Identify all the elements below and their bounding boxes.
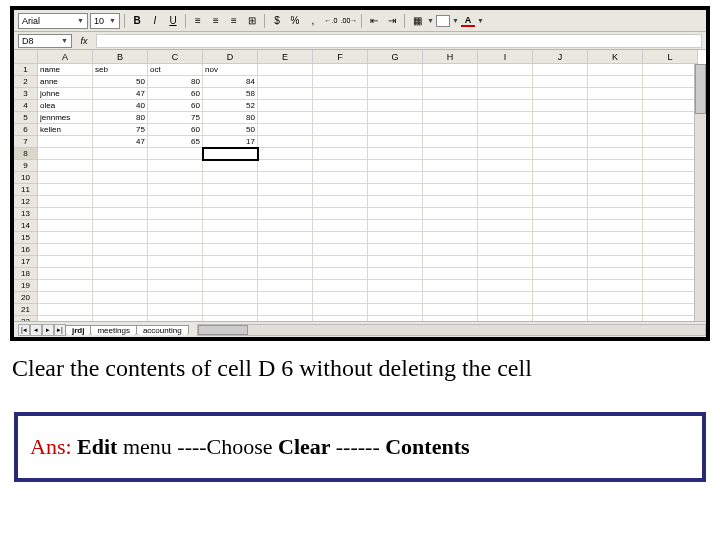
cell[interactable] <box>38 316 93 321</box>
cell[interactable] <box>588 112 643 124</box>
row-header[interactable]: 1 <box>14 64 38 76</box>
cell[interactable] <box>203 304 258 316</box>
cell[interactable] <box>368 76 423 88</box>
cell[interactable] <box>368 280 423 292</box>
cell[interactable] <box>643 136 698 148</box>
cell[interactable] <box>203 316 258 321</box>
cell[interactable] <box>588 268 643 280</box>
row-header[interactable]: 15 <box>14 232 38 244</box>
cell[interactable] <box>478 88 533 100</box>
cell[interactable] <box>533 136 588 148</box>
cell[interactable] <box>533 268 588 280</box>
row-header[interactable]: 22 <box>14 316 38 321</box>
cell[interactable] <box>533 148 588 160</box>
cell[interactable] <box>313 88 368 100</box>
cell[interactable] <box>93 280 148 292</box>
scrollbar-thumb[interactable] <box>198 325 248 335</box>
cell[interactable] <box>368 124 423 136</box>
cell[interactable] <box>643 112 698 124</box>
row-header[interactable]: 16 <box>14 244 38 256</box>
cell[interactable] <box>313 280 368 292</box>
cell[interactable] <box>258 316 313 321</box>
cell[interactable] <box>93 208 148 220</box>
cell[interactable]: kellen <box>38 124 93 136</box>
cell[interactable] <box>368 172 423 184</box>
cell[interactable] <box>588 196 643 208</box>
sheet-tab[interactable]: meetings <box>90 325 136 335</box>
cell[interactable] <box>533 160 588 172</box>
column-header[interactable]: A <box>38 50 93 64</box>
cell[interactable] <box>93 220 148 232</box>
font-name-select[interactable]: Arial ▼ <box>18 13 88 29</box>
row-header[interactable]: 10 <box>14 172 38 184</box>
cell[interactable] <box>533 280 588 292</box>
cell[interactable] <box>368 112 423 124</box>
cell[interactable] <box>643 76 698 88</box>
cell[interactable] <box>148 316 203 321</box>
cell[interactable]: johne <box>38 88 93 100</box>
row-header[interactable]: 7 <box>14 136 38 148</box>
align-right-button[interactable]: ≡ <box>226 13 242 29</box>
cell[interactable] <box>38 148 93 160</box>
cell[interactable] <box>258 304 313 316</box>
scrollbar-thumb[interactable] <box>695 64 706 114</box>
cell[interactable] <box>368 64 423 76</box>
cell[interactable] <box>588 208 643 220</box>
cell[interactable] <box>148 244 203 256</box>
cell[interactable] <box>478 256 533 268</box>
cell[interactable] <box>643 304 698 316</box>
cell[interactable] <box>148 268 203 280</box>
cell[interactable] <box>368 88 423 100</box>
cell[interactable] <box>478 76 533 88</box>
cell[interactable]: 47 <box>93 88 148 100</box>
row-header[interactable]: 20 <box>14 292 38 304</box>
cell[interactable] <box>148 184 203 196</box>
cell[interactable] <box>368 148 423 160</box>
column-header[interactable]: I <box>478 50 533 64</box>
cell[interactable] <box>93 160 148 172</box>
cell[interactable] <box>423 244 478 256</box>
cell[interactable] <box>368 184 423 196</box>
cell[interactable]: 47 <box>93 136 148 148</box>
row-header[interactable]: 6 <box>14 124 38 136</box>
cell[interactable] <box>533 196 588 208</box>
column-header[interactable]: G <box>368 50 423 64</box>
cell[interactable] <box>478 304 533 316</box>
cell[interactable] <box>423 76 478 88</box>
cell[interactable] <box>533 124 588 136</box>
cell[interactable] <box>423 100 478 112</box>
column-header[interactable]: L <box>643 50 698 64</box>
cell[interactable] <box>368 136 423 148</box>
cell[interactable] <box>368 100 423 112</box>
cell[interactable] <box>423 268 478 280</box>
row-header[interactable]: 2 <box>14 76 38 88</box>
cell[interactable] <box>203 160 258 172</box>
borders-button[interactable]: ▦ <box>409 13 425 29</box>
cell[interactable] <box>203 208 258 220</box>
tab-nav-next-button[interactable]: ▸ <box>42 324 54 336</box>
cell[interactable] <box>588 64 643 76</box>
row-header[interactable]: 21 <box>14 304 38 316</box>
cell[interactable] <box>93 148 148 160</box>
cell[interactable] <box>643 172 698 184</box>
font-color-button[interactable]: A <box>461 15 475 27</box>
cell[interactable] <box>258 160 313 172</box>
cell[interactable] <box>643 316 698 321</box>
cell[interactable] <box>423 148 478 160</box>
cell[interactable] <box>258 124 313 136</box>
cell[interactable] <box>148 304 203 316</box>
cell[interactable] <box>313 256 368 268</box>
cell[interactable]: jennmes <box>38 112 93 124</box>
cell[interactable] <box>313 76 368 88</box>
cell[interactable] <box>148 196 203 208</box>
cell[interactable] <box>423 316 478 321</box>
cell[interactable] <box>258 88 313 100</box>
column-header[interactable]: B <box>93 50 148 64</box>
decrease-indent-button[interactable]: ⇤ <box>366 13 382 29</box>
row-header[interactable]: 13 <box>14 208 38 220</box>
cell[interactable] <box>478 112 533 124</box>
tab-nav-first-button[interactable]: |◂ <box>18 324 30 336</box>
cell[interactable] <box>533 232 588 244</box>
cell[interactable] <box>148 280 203 292</box>
cell[interactable] <box>588 88 643 100</box>
